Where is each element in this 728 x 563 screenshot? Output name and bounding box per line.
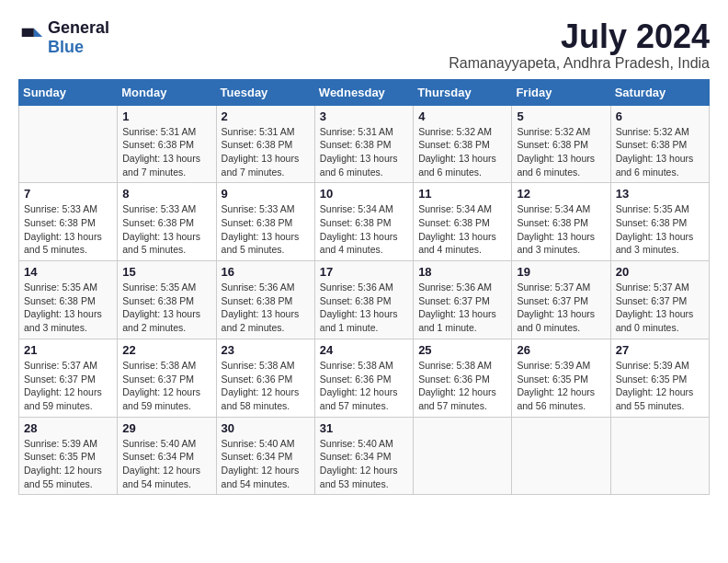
calendar-cell: 6Sunrise: 5:32 AM Sunset: 6:38 PM Daylig… — [610, 105, 709, 183]
calendar-cell: 4Sunrise: 5:32 AM Sunset: 6:38 PM Daylig… — [414, 105, 512, 183]
calendar-cell: 3Sunrise: 5:31 AM Sunset: 6:38 PM Daylig… — [314, 105, 413, 183]
calendar-cell: 15Sunrise: 5:35 AM Sunset: 6:38 PM Dayli… — [118, 261, 216, 339]
day-info: Sunrise: 5:38 AM Sunset: 6:37 PM Dayligh… — [122, 359, 210, 413]
day-number: 5 — [517, 109, 605, 123]
logo-text: General Blue — [48, 18, 109, 57]
column-header-thursday: Thursday — [414, 79, 512, 105]
calendar-cell: 27Sunrise: 5:39 AM Sunset: 6:35 PM Dayli… — [610, 339, 709, 417]
day-number: 3 — [320, 109, 408, 123]
day-number: 11 — [418, 187, 506, 201]
day-number: 18 — [418, 265, 506, 279]
day-info: Sunrise: 5:40 AM Sunset: 6:34 PM Dayligh… — [122, 437, 210, 491]
day-number: 10 — [320, 187, 408, 201]
day-info: Sunrise: 5:31 AM Sunset: 6:38 PM Dayligh… — [122, 125, 210, 179]
calendar-cell: 9Sunrise: 5:33 AM Sunset: 6:38 PM Daylig… — [216, 183, 314, 261]
day-number: 4 — [418, 109, 506, 123]
day-info: Sunrise: 5:31 AM Sunset: 6:38 PM Dayligh… — [320, 125, 408, 179]
day-number: 7 — [24, 187, 112, 201]
calendar-cell: 24Sunrise: 5:38 AM Sunset: 6:36 PM Dayli… — [314, 339, 413, 417]
calendar-cell: 28Sunrise: 5:39 AM Sunset: 6:35 PM Dayli… — [19, 417, 118, 495]
calendar-cell: 10Sunrise: 5:34 AM Sunset: 6:38 PM Dayli… — [314, 183, 413, 261]
day-number: 17 — [320, 265, 408, 279]
day-number: 31 — [320, 421, 408, 435]
day-info: Sunrise: 5:34 AM Sunset: 6:38 PM Dayligh… — [418, 202, 506, 257]
day-number: 6 — [616, 109, 704, 123]
day-number: 25 — [418, 343, 506, 357]
calendar-cell — [512, 417, 610, 495]
day-info: Sunrise: 5:39 AM Sunset: 6:35 PM Dayligh… — [517, 359, 605, 413]
day-number: 21 — [24, 343, 112, 357]
calendar-cell: 16Sunrise: 5:36 AM Sunset: 6:38 PM Dayli… — [216, 261, 314, 339]
page-header: General Blue July 2024 Ramanayyapeta, An… — [18, 18, 710, 72]
day-info: Sunrise: 5:36 AM Sunset: 6:38 PM Dayligh… — [222, 281, 310, 335]
location-subtitle: Ramanayyapeta, Andhra Pradesh, India — [449, 55, 710, 72]
day-number: 13 — [616, 187, 704, 201]
calendar-table: SundayMondayTuesdayWednesdayThursdayFrid… — [18, 79, 710, 496]
day-number: 14 — [24, 265, 112, 279]
day-number: 20 — [616, 265, 704, 279]
day-info: Sunrise: 5:33 AM Sunset: 6:38 PM Dayligh… — [122, 202, 210, 257]
day-number: 8 — [122, 187, 210, 201]
day-info: Sunrise: 5:33 AM Sunset: 6:38 PM Dayligh… — [222, 202, 310, 257]
calendar-cell: 26Sunrise: 5:39 AM Sunset: 6:35 PM Dayli… — [512, 339, 610, 417]
day-number: 12 — [517, 187, 605, 201]
day-number: 15 — [122, 265, 210, 279]
column-header-monday: Monday — [118, 79, 216, 105]
day-info: Sunrise: 5:35 AM Sunset: 6:38 PM Dayligh… — [122, 281, 210, 335]
day-info: Sunrise: 5:38 AM Sunset: 6:36 PM Dayligh… — [418, 359, 506, 413]
month-year-title: July 2024 — [449, 18, 710, 55]
column-header-friday: Friday — [512, 79, 610, 105]
day-number: 16 — [222, 265, 310, 279]
day-number: 26 — [517, 343, 605, 357]
calendar-cell: 8Sunrise: 5:33 AM Sunset: 6:38 PM Daylig… — [118, 183, 216, 261]
column-header-saturday: Saturday — [610, 79, 709, 105]
calendar-cell: 1Sunrise: 5:31 AM Sunset: 6:38 PM Daylig… — [118, 105, 216, 183]
column-header-sunday: Sunday — [19, 79, 118, 105]
calendar-cell: 12Sunrise: 5:34 AM Sunset: 6:38 PM Dayli… — [512, 183, 610, 261]
calendar-week-row: 21Sunrise: 5:37 AM Sunset: 6:37 PM Dayli… — [19, 339, 710, 417]
day-number: 29 — [122, 421, 210, 435]
calendar-cell: 23Sunrise: 5:38 AM Sunset: 6:36 PM Dayli… — [216, 339, 314, 417]
calendar-cell: 11Sunrise: 5:34 AM Sunset: 6:38 PM Dayli… — [414, 183, 512, 261]
day-number: 27 — [616, 343, 704, 357]
day-number: 30 — [222, 421, 310, 435]
calendar-cell: 14Sunrise: 5:35 AM Sunset: 6:38 PM Dayli… — [19, 261, 118, 339]
svg-rect-1 — [22, 29, 34, 37]
calendar-cell: 13Sunrise: 5:35 AM Sunset: 6:38 PM Dayli… — [610, 183, 709, 261]
day-info: Sunrise: 5:34 AM Sunset: 6:38 PM Dayligh… — [320, 202, 408, 257]
calendar-cell: 29Sunrise: 5:40 AM Sunset: 6:34 PM Dayli… — [118, 417, 216, 495]
calendar-cell — [414, 417, 512, 495]
day-number: 23 — [222, 343, 310, 357]
calendar-cell — [19, 105, 118, 183]
calendar-week-row: 7Sunrise: 5:33 AM Sunset: 6:38 PM Daylig… — [19, 183, 710, 261]
day-number: 19 — [517, 265, 605, 279]
day-info: Sunrise: 5:36 AM Sunset: 6:38 PM Dayligh… — [320, 281, 408, 335]
calendar-cell: 30Sunrise: 5:40 AM Sunset: 6:34 PM Dayli… — [216, 417, 314, 495]
calendar-cell: 5Sunrise: 5:32 AM Sunset: 6:38 PM Daylig… — [512, 105, 610, 183]
calendar-cell: 31Sunrise: 5:40 AM Sunset: 6:34 PM Dayli… — [314, 417, 413, 495]
calendar-cell: 19Sunrise: 5:37 AM Sunset: 6:37 PM Dayli… — [512, 261, 610, 339]
day-info: Sunrise: 5:37 AM Sunset: 6:37 PM Dayligh… — [616, 281, 704, 335]
calendar-cell: 22Sunrise: 5:38 AM Sunset: 6:37 PM Dayli… — [118, 339, 216, 417]
logo-icon — [18, 25, 44, 51]
day-number: 2 — [222, 109, 310, 123]
day-number: 1 — [122, 109, 210, 123]
day-info: Sunrise: 5:37 AM Sunset: 6:37 PM Dayligh… — [517, 281, 605, 335]
day-info: Sunrise: 5:39 AM Sunset: 6:35 PM Dayligh… — [616, 359, 704, 413]
day-number: 22 — [122, 343, 210, 357]
calendar-cell: 17Sunrise: 5:36 AM Sunset: 6:38 PM Dayli… — [314, 261, 413, 339]
day-info: Sunrise: 5:38 AM Sunset: 6:36 PM Dayligh… — [222, 359, 310, 413]
calendar-cell: 21Sunrise: 5:37 AM Sunset: 6:37 PM Dayli… — [19, 339, 118, 417]
column-header-wednesday: Wednesday — [314, 79, 413, 105]
day-info: Sunrise: 5:36 AM Sunset: 6:37 PM Dayligh… — [418, 281, 506, 335]
day-info: Sunrise: 5:40 AM Sunset: 6:34 PM Dayligh… — [320, 437, 408, 491]
day-info: Sunrise: 5:34 AM Sunset: 6:38 PM Dayligh… — [517, 202, 605, 257]
calendar-week-row: 1Sunrise: 5:31 AM Sunset: 6:38 PM Daylig… — [19, 105, 710, 183]
day-info: Sunrise: 5:37 AM Sunset: 6:37 PM Dayligh… — [24, 359, 112, 413]
day-info: Sunrise: 5:33 AM Sunset: 6:38 PM Dayligh… — [24, 202, 112, 257]
day-info: Sunrise: 5:32 AM Sunset: 6:38 PM Dayligh… — [418, 125, 506, 179]
day-number: 24 — [320, 343, 408, 357]
day-info: Sunrise: 5:35 AM Sunset: 6:38 PM Dayligh… — [616, 202, 704, 257]
title-section: July 2024 Ramanayyapeta, Andhra Pradesh,… — [449, 18, 710, 72]
calendar-cell: 18Sunrise: 5:36 AM Sunset: 6:37 PM Dayli… — [414, 261, 512, 339]
